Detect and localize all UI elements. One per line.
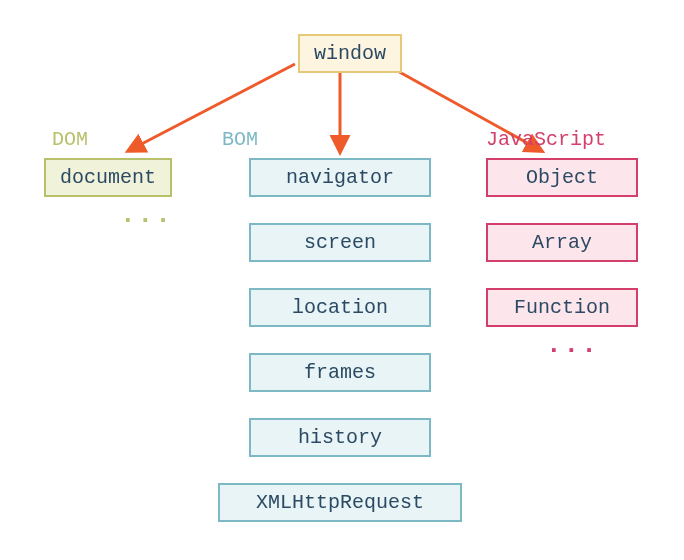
bom-item-history: history [249,418,431,457]
js-section-label: JavaScript [486,128,606,151]
dom-item-document: document [44,158,172,197]
bom-item-label: navigator [286,166,394,189]
dom-ellipsis: ... [120,200,173,230]
bom-item-label: XMLHttpRequest [256,491,424,514]
window-label: window [314,42,386,65]
arrows-svg [0,0,684,560]
bom-item-label: frames [304,361,376,384]
bom-item-screen: screen [249,223,431,262]
bom-item-xmlhttprequest: XMLHttpRequest [218,483,462,522]
js-item-array: Array [486,223,638,262]
bom-item-navigator: navigator [249,158,431,197]
svg-line-1 [130,64,295,150]
js-item-object: Object [486,158,638,197]
bom-section-label: BOM [222,128,258,151]
js-item-label: Object [526,166,598,189]
js-item-function: Function [486,288,638,327]
bom-item-label: location [292,296,388,319]
bom-item-location: location [249,288,431,327]
window-box: window [298,34,402,73]
js-item-label: Array [532,231,592,254]
js-ellipsis: ... [546,330,599,360]
bom-item-label: history [298,426,382,449]
bom-item-frames: frames [249,353,431,392]
bom-item-label: screen [304,231,376,254]
js-item-label: Function [514,296,610,319]
dom-item-label: document [60,166,156,189]
dom-section-label: DOM [52,128,88,151]
